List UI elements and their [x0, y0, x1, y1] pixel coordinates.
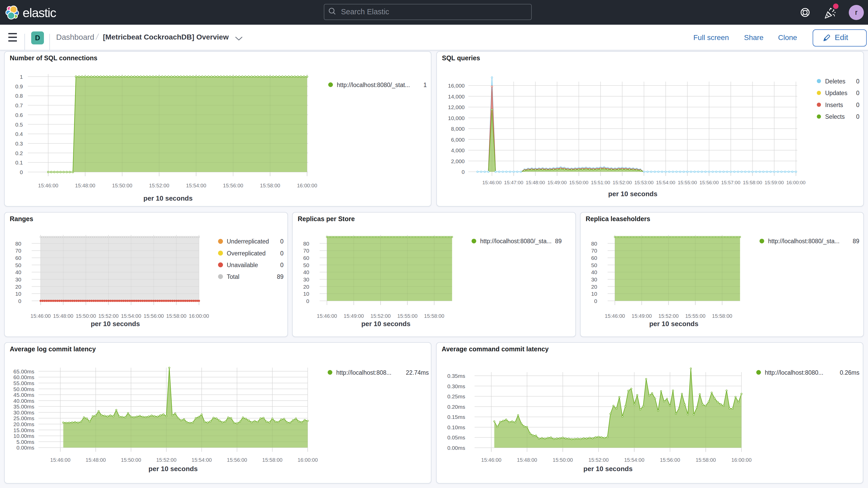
svg-text:89: 89 — [555, 238, 562, 245]
svg-text:15:56:00: 15:56:00 — [700, 180, 719, 185]
svg-text:15:54:00: 15:54:00 — [121, 313, 141, 319]
svg-text:0: 0 — [18, 298, 21, 304]
svg-text:0.05ms: 0.05ms — [447, 434, 465, 440]
svg-text:40: 40 — [16, 269, 21, 275]
svg-text:elastic: elastic — [23, 6, 56, 20]
svg-text:15:49:00: 15:49:00 — [344, 313, 364, 319]
svg-text:6,000: 6,000 — [451, 137, 465, 143]
svg-text:Deletes: Deletes — [825, 78, 845, 85]
svg-text:15:52:00: 15:52:00 — [156, 457, 177, 463]
svg-text:15:58:00: 15:58:00 — [743, 180, 762, 185]
svg-text:0.1: 0.1 — [16, 159, 23, 165]
svg-text:15:52:00: 15:52:00 — [658, 313, 679, 319]
svg-text:Total: Total — [227, 273, 240, 280]
svg-text:Number of SQL connections: Number of SQL connections — [10, 54, 97, 62]
svg-text:15:52:00: 15:52:00 — [588, 457, 609, 463]
svg-text:35.00ms: 35.00ms — [13, 403, 34, 409]
svg-text:15:56:00: 15:56:00 — [223, 183, 243, 188]
svg-text:12,000: 12,000 — [448, 104, 465, 110]
svg-text:15:46:00: 15:46:00 — [605, 313, 625, 319]
svg-text:0: 0 — [594, 298, 597, 304]
svg-text:10.00ms: 10.00ms — [13, 433, 34, 439]
svg-text:15:59:00: 15:59:00 — [765, 180, 784, 185]
svg-text:15:52:00: 15:52:00 — [98, 313, 119, 319]
svg-text:70: 70 — [16, 248, 21, 254]
svg-text:20: 20 — [591, 284, 597, 290]
svg-text:15:58:00: 15:58:00 — [696, 457, 716, 463]
svg-text:60.00ms: 60.00ms — [13, 374, 34, 380]
svg-text:10,000: 10,000 — [448, 115, 465, 121]
svg-text:15:58:00: 15:58:00 — [166, 313, 187, 319]
svg-text:20: 20 — [16, 284, 21, 290]
svg-text:0.8: 0.8 — [16, 93, 23, 99]
svg-text:15:55:00: 15:55:00 — [678, 180, 697, 185]
svg-text:Selects: Selects — [825, 113, 845, 120]
svg-text:Underreplicated: Underreplicated — [227, 238, 269, 245]
svg-text:25.00ms: 25.00ms — [13, 415, 34, 421]
svg-text:0: 0 — [856, 90, 860, 96]
svg-text:70: 70 — [591, 248, 597, 254]
svg-text:15:48:00: 15:48:00 — [86, 457, 106, 463]
svg-text:15:46:00: 15:46:00 — [482, 180, 502, 185]
svg-text:Average log commit latency: Average log commit latency — [10, 345, 96, 353]
svg-text:0.10ms: 0.10ms — [447, 424, 465, 430]
svg-text:15:52:00: 15:52:00 — [613, 180, 632, 185]
svg-text:per 10 seconds: per 10 seconds — [91, 320, 140, 328]
svg-text:15:52:00: 15:52:00 — [370, 313, 391, 319]
svg-text:0.9: 0.9 — [16, 84, 23, 89]
svg-text:80: 80 — [16, 241, 21, 247]
svg-text:15:53:00: 15:53:00 — [634, 180, 654, 185]
svg-text:15:46:00: 15:46:00 — [317, 313, 337, 319]
svg-text:65.00ms: 65.00ms — [13, 368, 34, 374]
svg-text:0: 0 — [856, 101, 860, 109]
svg-text:15:58:00: 15:58:00 — [424, 313, 444, 319]
svg-text:10: 10 — [591, 291, 597, 297]
svg-text:10: 10 — [303, 291, 309, 297]
svg-text:15:54:00: 15:54:00 — [656, 180, 675, 185]
svg-text:0.5: 0.5 — [16, 122, 23, 128]
svg-text:Overreplicated: Overreplicated — [227, 250, 266, 257]
svg-text:15:51:00: 15:51:00 — [591, 180, 610, 185]
svg-text:15:50:00: 15:50:00 — [569, 180, 588, 185]
svg-text:0.4: 0.4 — [16, 131, 23, 137]
svg-text:15:56:00: 15:56:00 — [660, 457, 680, 463]
svg-text:1: 1 — [423, 82, 427, 88]
svg-text:15.00ms: 15.00ms — [13, 427, 34, 433]
svg-text:15:50:00: 15:50:00 — [553, 457, 573, 463]
svg-text:0: 0 — [280, 250, 283, 257]
svg-text:30.00ms: 30.00ms — [13, 409, 34, 416]
svg-text:55.00ms: 55.00ms — [13, 380, 34, 386]
svg-text:15:50:00: 15:50:00 — [112, 183, 132, 188]
svg-text:15:47:00: 15:47:00 — [504, 180, 523, 185]
svg-text:40: 40 — [591, 269, 597, 275]
svg-text:http://localhost:8080/_sta...: http://localhost:8080/_sta... — [768, 238, 840, 245]
svg-text:5.00ms: 5.00ms — [17, 439, 34, 445]
svg-text:60: 60 — [303, 255, 309, 261]
svg-text:http://localhost:8080/_sta...: http://localhost:8080/_sta... — [480, 238, 552, 245]
svg-text:0.35ms: 0.35ms — [447, 373, 465, 379]
svg-text:1: 1 — [20, 74, 23, 80]
svg-text:0: 0 — [856, 78, 860, 85]
svg-text:16:00:00: 16:00:00 — [786, 180, 806, 185]
svg-text:per 10 seconds: per 10 seconds — [148, 465, 197, 473]
svg-text:http://localhost:8080...: http://localhost:8080... — [765, 369, 823, 376]
svg-text:70: 70 — [303, 248, 309, 254]
svg-text:2,000: 2,000 — [451, 158, 465, 164]
svg-text:80: 80 — [303, 241, 309, 247]
svg-text:0.2: 0.2 — [16, 150, 23, 156]
svg-text:16:00:00: 16:00:00 — [731, 457, 751, 463]
svg-text:per 10 seconds: per 10 seconds — [608, 190, 657, 198]
svg-text:Replica leaseholders: Replica leaseholders — [586, 215, 650, 222]
svg-text:16:00:00: 16:00:00 — [298, 457, 318, 463]
svg-text:15:46:00: 15:46:00 — [481, 457, 502, 463]
svg-text:0: 0 — [280, 238, 283, 245]
svg-text:89: 89 — [852, 238, 860, 245]
svg-text:15:48:00: 15:48:00 — [53, 313, 73, 319]
svg-text:15:58:00: 15:58:00 — [260, 183, 280, 188]
svg-text:SQL queries: SQL queries — [442, 54, 480, 62]
svg-text:16:00:00: 16:00:00 — [297, 183, 317, 188]
svg-text:89: 89 — [277, 273, 283, 280]
svg-text:Average command commit latency: Average command commit latency — [442, 345, 549, 353]
svg-text:60: 60 — [591, 255, 597, 261]
svg-text:0.20ms: 0.20ms — [447, 404, 465, 410]
